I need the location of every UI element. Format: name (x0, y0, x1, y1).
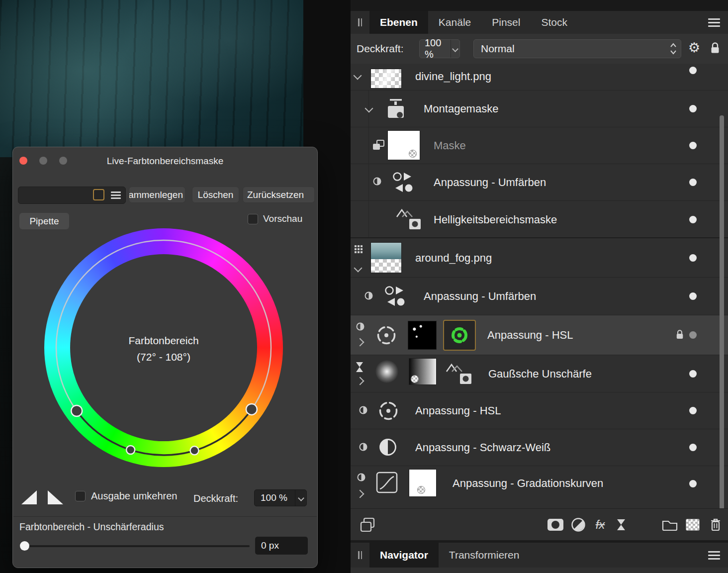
layer-row[interactable]: around_fog.png (351, 238, 728, 278)
delete-button[interactable]: Löschen (192, 187, 239, 203)
visibility-dot[interactable] (689, 105, 697, 112)
layer-row[interactable]: Anpassung - Schwarz-Weiß (351, 429, 728, 466)
live-filter-button[interactable] (611, 509, 631, 541)
drag-handle-icon[interactable] (355, 245, 357, 247)
visibility-dot[interactable] (689, 216, 697, 223)
merge-button[interactable]: Zusammenlegen (129, 187, 185, 203)
opacity-label: Deckkraft: (357, 34, 404, 64)
layer-row[interactable]: Anpassung - Umfärben (351, 278, 728, 315)
visibility-dot[interactable] (689, 370, 697, 378)
layer-row[interactable]: Maske (351, 127, 728, 164)
gear-icon[interactable]: ⚙ (688, 40, 700, 56)
tab-stock[interactable]: Stock (531, 11, 578, 34)
layer-row[interactable]: Helligkeitsbereichsmaske (351, 201, 728, 238)
tab-pinsel[interactable]: Pinsel (481, 11, 531, 34)
panel-menu-icon[interactable] (708, 18, 720, 29)
layer-row[interactable]: Anpassung - Gradationskurven (351, 466, 728, 508)
mask-thumbnail[interactable] (408, 321, 437, 350)
layer-name: Montagemaske (424, 91, 498, 127)
blend-mode-select[interactable]: Normal (473, 39, 681, 58)
blur-radius-value-field[interactable]: 0 px (255, 537, 308, 555)
duplicate-layer-button[interactable] (358, 509, 377, 541)
visibility-dot[interactable] (689, 254, 697, 262)
layer-row[interactable]: Gaußsche Unschärfe (351, 355, 728, 392)
live-hue-range-mask-dialog: Live-Farbtonbereichsmaske Zusammenlegen … (12, 147, 318, 568)
chevron-down-icon[interactable] (451, 40, 459, 58)
expand-chevron-icon[interactable] (356, 338, 364, 347)
mask-thumbnail[interactable] (409, 358, 437, 385)
layer-thumbnail[interactable] (370, 242, 402, 273)
curves-adjustment-icon (375, 471, 398, 494)
overlay-indicator-icon[interactable] (93, 189, 104, 200)
preview-checkbox[interactable] (248, 214, 258, 224)
layer-lock-icon[interactable] (675, 329, 684, 340)
visibility-dot[interactable] (689, 407, 697, 414)
collapse-chevron-icon[interactable] (354, 72, 362, 80)
tab-ebenen[interactable]: Ebenen (369, 11, 428, 34)
opacity-dropdown[interactable]: 100 % (419, 39, 460, 58)
new-group-button[interactable] (660, 509, 680, 541)
mask-thumbnail[interactable] (387, 130, 420, 160)
collapse-chevron-icon[interactable] (365, 104, 373, 113)
add-adjustment-button[interactable] (568, 509, 588, 541)
mask-thumbnail[interactable] (409, 469, 437, 497)
preset-dropdown[interactable] (18, 187, 126, 204)
layer-thumbnail[interactable] (370, 69, 402, 89)
panel-drag-handle[interactable] (351, 543, 369, 568)
range-handle-start[interactable] (190, 446, 199, 455)
layers-toolbar: fx (351, 508, 728, 541)
fx-icon: fx (596, 518, 605, 532)
reset-button[interactable]: Zurücksetzen (243, 187, 315, 203)
hue-wheel[interactable]: Farbtonbereich (72° - 108°) (44, 228, 283, 467)
new-layer-button[interactable] (683, 509, 703, 541)
invert-output-checkbox[interactable] (75, 491, 86, 501)
linear-falloff-button[interactable] (20, 489, 38, 506)
chevron-down-icon[interactable] (295, 490, 306, 506)
panel-menu-icon[interactable] (708, 551, 720, 562)
blend-options-row: Deckkraft: 100 % Normal ⚙ (351, 34, 728, 64)
tab-kanaele[interactable]: Kanäle (428, 11, 481, 34)
app-window: Live-Farbtonbereichsmaske Zusammenlegen … (0, 0, 728, 573)
expand-chevron-icon[interactable] (356, 377, 364, 385)
expand-chevron-icon[interactable] (356, 490, 364, 498)
luminosity-mask-icon (395, 207, 422, 230)
lock-icon[interactable] (710, 42, 721, 55)
tab-transformieren[interactable]: Transformieren (439, 543, 530, 568)
panel-drag-handle[interactable] (351, 11, 369, 34)
layer-row-selected[interactable]: Anpassung - HSL (351, 315, 728, 355)
photo-preview[interactable] (0, 0, 303, 157)
collapse-chevron-icon[interactable] (354, 264, 363, 273)
layer-row[interactable]: Montagemaske (351, 91, 728, 127)
mask-icon (546, 517, 564, 532)
recolor-adjustment-icon (384, 285, 407, 307)
blend-mode-value: Normal (481, 43, 515, 55)
gaussian-blur-icon (375, 360, 398, 383)
visibility-dot[interactable] (689, 179, 697, 186)
range-handle-end[interactable] (126, 446, 135, 454)
smooth-falloff-button[interactable] (46, 489, 64, 506)
preview-label: Vorschau (263, 213, 302, 224)
falloff-handle-right[interactable] (246, 404, 257, 415)
preset-menu-icon[interactable] (111, 191, 121, 200)
visibility-dot[interactable] (689, 331, 697, 339)
live-mask-badge[interactable] (443, 320, 476, 351)
layer-row[interactable]: divine_light.png (351, 64, 728, 91)
blur-radius-slider[interactable] (23, 545, 250, 547)
dialog-opacity-dropdown[interactable]: 100 % (254, 489, 307, 506)
falloff-handle-left[interactable] (71, 405, 82, 416)
layers-panel: Ebenen Kanäle Pinsel Stock Deckkraft: 10… (351, 0, 728, 573)
visibility-dot[interactable] (689, 142, 697, 149)
add-mask-button[interactable] (546, 509, 565, 541)
scrollbar-thumb[interactable] (720, 115, 724, 513)
visibility-dot[interactable] (689, 67, 697, 74)
blur-radius-slider-knob[interactable] (20, 541, 29, 551)
visibility-dot[interactable] (689, 480, 697, 487)
tab-navigator[interactable]: Navigator (369, 543, 439, 568)
layer-row[interactable]: Anpassung - HSL (351, 392, 728, 429)
layer-effects-button[interactable]: fx (590, 509, 610, 541)
visibility-dot[interactable] (689, 444, 697, 451)
visibility-dot[interactable] (689, 292, 697, 300)
layer-row[interactable]: Anpassung - Umfärben (351, 164, 728, 201)
delete-layer-button[interactable] (706, 509, 726, 541)
pipette-button[interactable]: Pipette (19, 213, 69, 229)
